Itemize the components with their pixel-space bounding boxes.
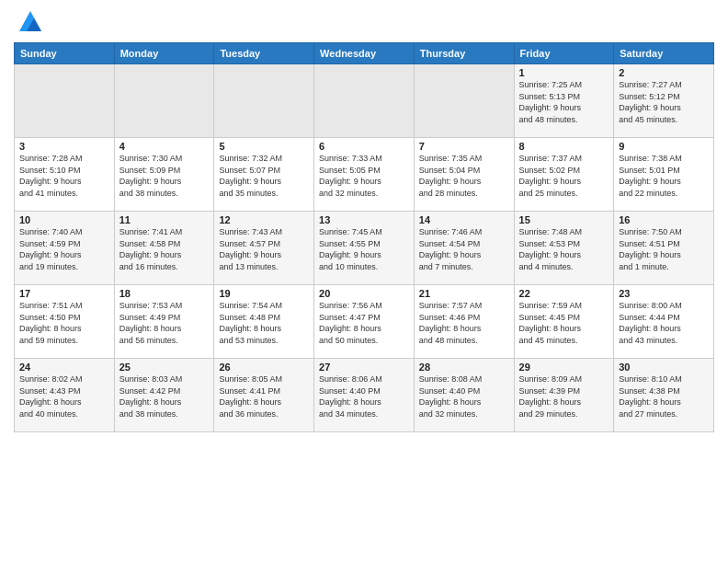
calendar-cell: 26Sunrise: 8:05 AM Sunset: 4:41 PM Dayli… xyxy=(214,359,314,432)
weekday-header-thursday: Thursday xyxy=(414,43,514,64)
calendar-cell: 24Sunrise: 8:02 AM Sunset: 4:43 PM Dayli… xyxy=(15,359,115,432)
week-row-4: 17Sunrise: 7:51 AM Sunset: 4:50 PM Dayli… xyxy=(15,285,714,359)
calendar-cell: 14Sunrise: 7:46 AM Sunset: 4:54 PM Dayli… xyxy=(414,212,514,285)
week-row-3: 10Sunrise: 7:40 AM Sunset: 4:59 PM Dayli… xyxy=(15,212,714,285)
day-info: Sunrise: 7:48 AM Sunset: 4:53 PM Dayligh… xyxy=(519,226,609,272)
weekday-header-row: SundayMondayTuesdayWednesdayThursdayFrid… xyxy=(15,43,714,64)
calendar-cell: 5Sunrise: 7:32 AM Sunset: 5:07 PM Daylig… xyxy=(214,138,314,212)
day-number: 12 xyxy=(219,214,309,225)
day-number: 14 xyxy=(419,214,509,225)
weekday-header-wednesday: Wednesday xyxy=(314,43,415,64)
day-number: 28 xyxy=(419,362,509,373)
week-row-1: 1Sunrise: 7:25 AM Sunset: 5:13 PM Daylig… xyxy=(15,64,714,138)
calendar-cell: 21Sunrise: 7:57 AM Sunset: 4:46 PM Dayli… xyxy=(414,285,514,359)
day-info: Sunrise: 7:30 AM Sunset: 5:09 PM Dayligh… xyxy=(119,153,210,199)
calendar-cell: 25Sunrise: 8:03 AM Sunset: 4:42 PM Dayli… xyxy=(114,359,214,432)
calendar-cell xyxy=(414,64,514,138)
day-number: 29 xyxy=(519,362,609,373)
calendar-cell: 18Sunrise: 7:53 AM Sunset: 4:49 PM Dayli… xyxy=(114,285,214,359)
calendar-cell: 15Sunrise: 7:48 AM Sunset: 4:53 PM Dayli… xyxy=(514,212,614,285)
day-number: 23 xyxy=(619,288,709,299)
day-number: 19 xyxy=(219,288,309,299)
day-number: 10 xyxy=(19,214,109,225)
day-info: Sunrise: 7:32 AM Sunset: 5:07 PM Dayligh… xyxy=(219,153,309,199)
calendar-table: SundayMondayTuesdayWednesdayThursdayFrid… xyxy=(14,42,714,432)
logo xyxy=(14,9,43,35)
day-number: 7 xyxy=(419,141,509,152)
day-info: Sunrise: 7:59 AM Sunset: 4:45 PM Dayligh… xyxy=(519,300,609,346)
day-info: Sunrise: 7:56 AM Sunset: 4:47 PM Dayligh… xyxy=(319,300,409,346)
calendar-cell: 29Sunrise: 8:09 AM Sunset: 4:39 PM Dayli… xyxy=(514,359,614,432)
calendar-cell: 19Sunrise: 7:54 AM Sunset: 4:48 PM Dayli… xyxy=(214,285,314,359)
weekday-header-tuesday: Tuesday xyxy=(214,43,314,64)
day-info: Sunrise: 7:46 AM Sunset: 4:54 PM Dayligh… xyxy=(419,226,509,272)
day-number: 13 xyxy=(319,214,409,225)
day-info: Sunrise: 8:08 AM Sunset: 4:40 PM Dayligh… xyxy=(419,373,509,419)
day-number: 21 xyxy=(419,288,509,299)
day-info: Sunrise: 7:37 AM Sunset: 5:02 PM Dayligh… xyxy=(519,153,609,199)
calendar-cell xyxy=(314,64,415,138)
day-info: Sunrise: 8:03 AM Sunset: 4:42 PM Dayligh… xyxy=(119,373,210,419)
calendar-cell: 22Sunrise: 7:59 AM Sunset: 4:45 PM Dayli… xyxy=(514,285,614,359)
calendar-cell xyxy=(114,64,214,138)
calendar-cell: 4Sunrise: 7:30 AM Sunset: 5:09 PM Daylig… xyxy=(114,138,214,212)
calendar-cell: 10Sunrise: 7:40 AM Sunset: 4:59 PM Dayli… xyxy=(15,212,115,285)
day-info: Sunrise: 7:43 AM Sunset: 4:57 PM Dayligh… xyxy=(219,226,309,272)
calendar-cell: 23Sunrise: 8:00 AM Sunset: 4:44 PM Dayli… xyxy=(614,285,714,359)
day-info: Sunrise: 8:00 AM Sunset: 4:44 PM Dayligh… xyxy=(619,300,709,346)
day-info: Sunrise: 7:27 AM Sunset: 5:12 PM Dayligh… xyxy=(619,79,709,125)
day-info: Sunrise: 7:54 AM Sunset: 4:48 PM Dayligh… xyxy=(219,300,309,346)
day-info: Sunrise: 7:45 AM Sunset: 4:55 PM Dayligh… xyxy=(319,226,409,272)
week-row-2: 3Sunrise: 7:28 AM Sunset: 5:10 PM Daylig… xyxy=(15,138,714,212)
calendar-cell: 6Sunrise: 7:33 AM Sunset: 5:05 PM Daylig… xyxy=(314,138,415,212)
day-info: Sunrise: 7:41 AM Sunset: 4:58 PM Dayligh… xyxy=(119,226,210,272)
calendar-cell: 13Sunrise: 7:45 AM Sunset: 4:55 PM Dayli… xyxy=(314,212,415,285)
calendar-cell: 2Sunrise: 7:27 AM Sunset: 5:12 PM Daylig… xyxy=(614,64,714,138)
weekday-header-saturday: Saturday xyxy=(614,43,714,64)
day-number: 5 xyxy=(219,141,309,152)
day-number: 8 xyxy=(519,141,609,152)
day-info: Sunrise: 8:10 AM Sunset: 4:38 PM Dayligh… xyxy=(619,373,709,419)
day-number: 15 xyxy=(519,214,609,225)
day-info: Sunrise: 7:35 AM Sunset: 5:04 PM Dayligh… xyxy=(419,153,509,199)
day-number: 16 xyxy=(619,214,709,225)
calendar-cell: 17Sunrise: 7:51 AM Sunset: 4:50 PM Dayli… xyxy=(15,285,115,359)
day-info: Sunrise: 7:38 AM Sunset: 5:01 PM Dayligh… xyxy=(619,153,709,199)
day-number: 30 xyxy=(619,362,709,373)
day-info: Sunrise: 7:33 AM Sunset: 5:05 PM Dayligh… xyxy=(319,153,409,199)
calendar-cell: 12Sunrise: 7:43 AM Sunset: 4:57 PM Dayli… xyxy=(214,212,314,285)
calendar-cell xyxy=(214,64,314,138)
header xyxy=(14,9,714,35)
calendar-cell: 28Sunrise: 8:08 AM Sunset: 4:40 PM Dayli… xyxy=(414,359,514,432)
calendar-cell: 9Sunrise: 7:38 AM Sunset: 5:01 PM Daylig… xyxy=(614,138,714,212)
calendar-cell: 20Sunrise: 7:56 AM Sunset: 4:47 PM Dayli… xyxy=(314,285,415,359)
day-number: 11 xyxy=(119,214,210,225)
day-number: 4 xyxy=(119,141,210,152)
day-number: 20 xyxy=(319,288,409,299)
day-number: 18 xyxy=(119,288,210,299)
day-number: 25 xyxy=(119,362,210,373)
day-info: Sunrise: 7:25 AM Sunset: 5:13 PM Dayligh… xyxy=(519,79,609,125)
day-number: 24 xyxy=(19,362,109,373)
week-row-5: 24Sunrise: 8:02 AM Sunset: 4:43 PM Dayli… xyxy=(15,359,714,432)
weekday-header-monday: Monday xyxy=(114,43,214,64)
weekday-header-friday: Friday xyxy=(514,43,614,64)
calendar-cell: 7Sunrise: 7:35 AM Sunset: 5:04 PM Daylig… xyxy=(414,138,514,212)
day-number: 2 xyxy=(619,67,709,78)
weekday-header-sunday: Sunday xyxy=(15,43,115,64)
day-info: Sunrise: 8:09 AM Sunset: 4:39 PM Dayligh… xyxy=(519,373,609,419)
day-info: Sunrise: 7:28 AM Sunset: 5:10 PM Dayligh… xyxy=(19,153,109,199)
day-info: Sunrise: 7:57 AM Sunset: 4:46 PM Dayligh… xyxy=(419,300,509,346)
day-number: 27 xyxy=(319,362,409,373)
day-info: Sunrise: 7:51 AM Sunset: 4:50 PM Dayligh… xyxy=(19,300,109,346)
day-info: Sunrise: 8:05 AM Sunset: 4:41 PM Dayligh… xyxy=(219,373,309,419)
day-number: 1 xyxy=(519,67,609,78)
logo-icon xyxy=(17,9,43,35)
day-number: 6 xyxy=(319,141,409,152)
day-number: 9 xyxy=(619,141,709,152)
day-info: Sunrise: 7:40 AM Sunset: 4:59 PM Dayligh… xyxy=(19,226,109,272)
day-info: Sunrise: 7:50 AM Sunset: 4:51 PM Dayligh… xyxy=(619,226,709,272)
page: SundayMondayTuesdayWednesdayThursdayFrid… xyxy=(0,0,728,563)
day-number: 22 xyxy=(519,288,609,299)
day-info: Sunrise: 8:02 AM Sunset: 4:43 PM Dayligh… xyxy=(19,373,109,419)
